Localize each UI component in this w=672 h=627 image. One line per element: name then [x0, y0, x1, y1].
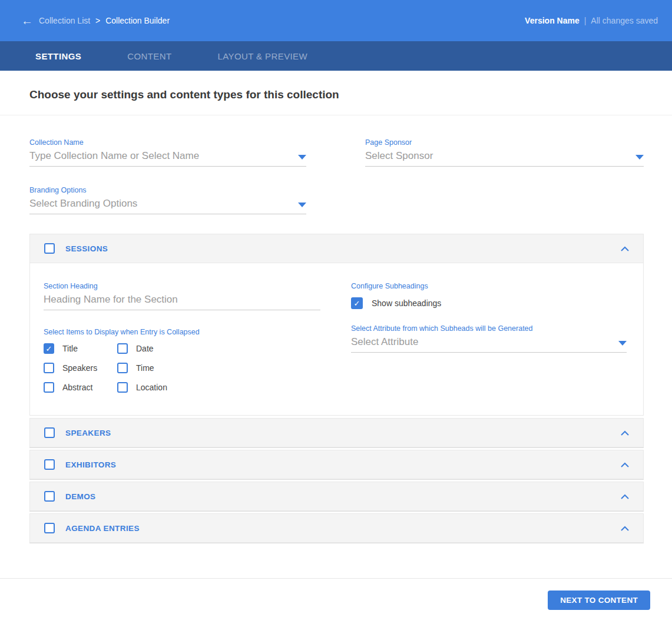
- save-status: All changes saved: [591, 16, 658, 25]
- date-checkbox-label: Date: [136, 344, 154, 353]
- collection-name-dropdown[interactable]: Type Collection Name or Select Name: [29, 150, 306, 167]
- exhibitors-section-checkbox[interactable]: ✓: [44, 459, 55, 470]
- collapsed-items-group: Select Items to Display when Entry is Co…: [44, 328, 320, 393]
- tab-settings[interactable]: SETTINGS: [35, 51, 81, 61]
- tab-layout-preview[interactable]: LAYOUT & PREVIEW: [218, 51, 308, 61]
- speakers-section-checkbox[interactable]: ✓: [44, 427, 55, 438]
- content-type-sections: ✓ SESSIONS Section Heading Heading Name …: [29, 234, 644, 543]
- page-title-section: Choose your settings and content types f…: [0, 71, 672, 115]
- header-right: Version Name | All changes saved: [525, 16, 658, 25]
- check-item-abstract[interactable]: ✓ Abstract: [44, 382, 117, 393]
- configure-subheadings-group: Configure Subheadings ✓ Show subheadings: [351, 282, 627, 309]
- check-item-time[interactable]: ✓ Time: [117, 363, 223, 373]
- title-checkbox-label: Title: [62, 344, 78, 353]
- chevron-up-icon[interactable]: [621, 246, 629, 251]
- chevron-up-icon[interactable]: [621, 526, 629, 531]
- location-checkbox-label: Location: [136, 383, 167, 392]
- section-title-demos: DEMOS: [65, 492, 96, 501]
- abstract-checkbox-label: Abstract: [62, 383, 92, 392]
- subhead-attribute-label: Select Attribute from which Subheads wil…: [351, 324, 627, 333]
- time-checkbox-label: Time: [136, 363, 154, 373]
- section-heading-field: Section Heading Heading Name for the Sec…: [44, 282, 320, 310]
- settings-form: Collection Name Type Collection Name or …: [29, 138, 644, 214]
- sessions-checkbox[interactable]: ✓: [44, 243, 55, 254]
- footer-actions: NEXT TO CONTENT: [0, 579, 672, 610]
- title-checkbox[interactable]: ✓: [44, 343, 54, 354]
- chevron-up-icon[interactable]: [621, 430, 629, 436]
- branding-options-dropdown[interactable]: Select Branding Options: [29, 197, 306, 214]
- section-title-sessions: SESSIONS: [65, 244, 108, 253]
- page-footer: NEXT TO CONTENT: [0, 578, 672, 610]
- abstract-checkbox[interactable]: ✓: [44, 382, 54, 393]
- check-item-date[interactable]: ✓ Date: [117, 343, 223, 354]
- version-name[interactable]: Version Name: [525, 16, 580, 25]
- branding-options-label: Branding Options: [29, 186, 306, 194]
- checkmark-icon: ✓: [46, 345, 52, 353]
- collapsed-items-grid: ✓ Title ✓ Date ✓: [44, 343, 320, 393]
- show-subheadings-checkbox[interactable]: ✓: [351, 297, 363, 309]
- subhead-attribute-dropdown[interactable]: Select Attribute: [351, 336, 627, 353]
- checkmark-icon: ✓: [354, 300, 360, 307]
- collapsed-items-label: Select Items to Display when Entry is Co…: [44, 328, 320, 336]
- section-header-agenda-entries[interactable]: ✓ AGENDA ENTRIES: [29, 513, 644, 543]
- time-checkbox[interactable]: ✓: [117, 363, 128, 373]
- caret-down-icon[interactable]: [618, 341, 627, 346]
- page-sponsor-field: Page Sponsor Select Sponsor: [365, 138, 644, 167]
- sessions-left-column: Section Heading Heading Name for the Sec…: [44, 282, 320, 393]
- section-title-agenda-entries: AGENDA ENTRIES: [65, 524, 140, 533]
- section-header-exhibitors[interactable]: ✓ EXHIBITORS: [29, 450, 644, 479]
- collection-name-label: Collection Name: [29, 138, 306, 147]
- version-status-separator: |: [584, 16, 587, 25]
- caret-down-icon[interactable]: [298, 155, 306, 160]
- main-content: Collection Name Type Collection Name or …: [0, 138, 672, 543]
- breadcrumb-separator: >: [95, 16, 100, 25]
- speakers-checkbox[interactable]: ✓: [44, 363, 54, 373]
- branding-options-field: Branding Options Select Branding Options: [29, 186, 306, 214]
- collection-name-field: Collection Name Type Collection Name or …: [29, 138, 306, 167]
- check-item-speakers[interactable]: ✓ Speakers: [44, 363, 117, 373]
- next-to-content-button[interactable]: NEXT TO CONTENT: [548, 590, 650, 610]
- sessions-right-column: Configure Subheadings ✓ Show subheadings…: [351, 282, 627, 393]
- page-sponsor-label: Page Sponsor: [365, 138, 644, 147]
- breadcrumb-collection-list[interactable]: Collection List: [39, 16, 90, 25]
- section-title-exhibitors: EXHIBITORS: [65, 460, 116, 469]
- breadcrumb: Collection List > Collection Builder: [39, 16, 170, 25]
- page-title: Choose your settings and content types f…: [29, 88, 643, 101]
- demos-section-checkbox[interactable]: ✓: [44, 491, 55, 502]
- tab-content[interactable]: CONTENT: [127, 51, 171, 61]
- chevron-up-icon[interactable]: [621, 494, 629, 499]
- section-header-sessions[interactable]: ✓ SESSIONS: [29, 234, 644, 263]
- check-item-location[interactable]: ✓ Location: [117, 382, 223, 393]
- page-sponsor-dropdown[interactable]: Select Sponsor: [365, 150, 644, 167]
- subhead-attribute-field: Select Attribute from which Subheads wil…: [351, 324, 627, 353]
- caret-down-icon[interactable]: [635, 155, 644, 160]
- tab-bar: SETTINGS CONTENT LAYOUT & PREVIEW: [0, 41, 672, 71]
- show-subheadings-label: Show subheadings: [372, 298, 441, 308]
- section-header-demos[interactable]: ✓ DEMOS: [29, 482, 644, 511]
- caret-down-icon[interactable]: [298, 203, 306, 207]
- show-subheadings-item[interactable]: ✓ Show subheadings: [351, 297, 627, 309]
- section-header-speakers[interactable]: ✓ SPEAKERS: [29, 418, 644, 447]
- top-header: ← Collection List > Collection Builder V…: [0, 0, 672, 41]
- section-heading-placeholder: Heading Name for the Section: [44, 293, 178, 306]
- date-checkbox[interactable]: ✓: [117, 343, 128, 354]
- location-checkbox[interactable]: ✓: [117, 382, 128, 393]
- back-arrow-icon[interactable]: ←: [21, 15, 33, 26]
- breadcrumb-collection-builder: Collection Builder: [105, 16, 170, 25]
- speakers-checkbox-label: Speakers: [62, 363, 97, 373]
- collection-name-placeholder: Type Collection Name or Select Name: [29, 150, 199, 162]
- branding-options-placeholder: Select Branding Options: [29, 197, 137, 210]
- sessions-panel-body: Section Heading Heading Name for the Sec…: [29, 263, 644, 416]
- subhead-attribute-placeholder: Select Attribute: [351, 336, 418, 348]
- agenda-entries-section-checkbox[interactable]: ✓: [44, 523, 55, 533]
- chevron-up-icon[interactable]: [621, 462, 629, 467]
- configure-subheadings-label: Configure Subheadings: [351, 282, 627, 290]
- page-sponsor-placeholder: Select Sponsor: [365, 150, 433, 162]
- section-heading-label: Section Heading: [44, 282, 320, 290]
- header-left: ← Collection List > Collection Builder: [21, 15, 170, 26]
- section-title-speakers: SPEAKERS: [65, 429, 111, 437]
- section-heading-input[interactable]: Heading Name for the Section: [44, 293, 320, 310]
- check-item-title[interactable]: ✓ Title: [44, 343, 117, 354]
